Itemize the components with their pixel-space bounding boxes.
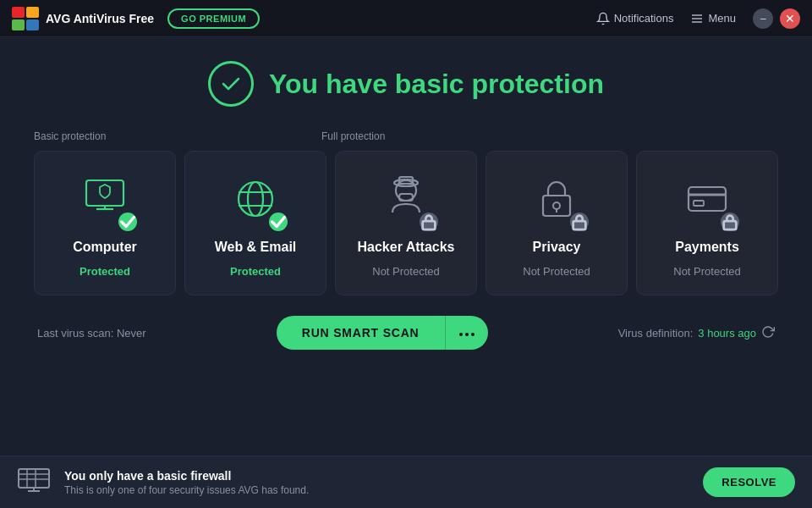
section-labels: Basic protection Full protection xyxy=(34,130,778,142)
footer-bar: You only have a basic firewall This is o… xyxy=(0,456,812,508)
svg-point-28 xyxy=(465,333,469,336)
run-scan-button[interactable]: RUN SMART SCAN xyxy=(277,316,445,350)
close-button[interactable]: ✕ xyxy=(780,8,800,29)
hacker-icon-area xyxy=(376,168,436,229)
web-email-status: Protected xyxy=(230,265,281,278)
scan-more-button[interactable] xyxy=(445,316,488,350)
lock-badge-privacy-icon xyxy=(570,196,589,247)
svg-rect-2 xyxy=(12,19,25,30)
payments-icon-area xyxy=(677,168,738,229)
titlebar-right: Notifications Menu − ✕ xyxy=(596,8,800,29)
virus-def-label: Virus definition: xyxy=(618,327,694,340)
svg-rect-26 xyxy=(724,221,737,229)
bell-icon xyxy=(596,12,610,25)
label-full: Full protection xyxy=(321,130,385,142)
virus-def-value: 3 hours ago xyxy=(698,327,756,340)
app-title: AVG AntiVirus Free xyxy=(46,12,154,25)
footer-subtitle: This is only one of four security issues… xyxy=(64,484,689,496)
last-scan-value: Never xyxy=(117,327,146,340)
hero-text: You have basic protection xyxy=(269,69,604,100)
computer-icon-area xyxy=(74,168,135,229)
check-badge-web-icon xyxy=(269,196,288,247)
svg-rect-0 xyxy=(12,7,25,18)
computer-badge xyxy=(118,213,137,231)
premium-button[interactable]: GO PREMIUM xyxy=(167,8,260,29)
scan-bar: Last virus scan: Never RUN SMART SCAN Vi… xyxy=(34,316,778,350)
svg-rect-18 xyxy=(423,221,436,229)
svg-point-29 xyxy=(471,333,475,336)
svg-rect-1 xyxy=(26,7,39,18)
footer-text-block: You only have a basic firewall This is o… xyxy=(64,469,689,496)
minimize-button[interactable]: − xyxy=(753,8,773,29)
lock-badge-payments-icon xyxy=(721,196,739,247)
notifications-label: Notifications xyxy=(614,12,674,25)
hero-plain-text: You have xyxy=(269,69,395,99)
more-dots-icon xyxy=(459,332,475,337)
logo-area: AVG AntiVirus Free xyxy=(12,7,154,30)
payments-status: Not Protected xyxy=(673,265,741,278)
card-payments[interactable]: Payments Not Protected xyxy=(636,151,778,295)
label-basic: Basic protection xyxy=(34,130,321,142)
privacy-badge xyxy=(570,213,589,231)
computer-status: Protected xyxy=(80,265,130,278)
titlebar: AVG AntiVirus Free GO PREMIUM Notificati… xyxy=(0,0,812,37)
svg-rect-25 xyxy=(694,201,704,206)
refresh-icon[interactable] xyxy=(761,325,775,341)
hacker-badge xyxy=(420,213,438,231)
hero-accent-text: basic protection xyxy=(395,69,604,99)
footer-title: You only have a basic firewall xyxy=(64,469,689,483)
svg-rect-22 xyxy=(573,221,586,229)
check-circle xyxy=(208,61,254,107)
last-scan-label: Last virus scan: xyxy=(37,327,113,340)
refresh-svg-icon xyxy=(761,325,775,339)
hacker-attacks-name: Hacker Attacks xyxy=(357,240,454,255)
resolve-button[interactable]: RESOLVE xyxy=(703,467,795,497)
privacy-status: Not Protected xyxy=(523,265,590,278)
svg-point-27 xyxy=(459,333,463,336)
hero-section: You have basic protection xyxy=(34,61,778,107)
scan-actions: RUN SMART SCAN xyxy=(277,316,488,350)
check-icon xyxy=(219,72,243,96)
firewall-icon xyxy=(17,466,51,500)
svg-rect-30 xyxy=(19,469,49,488)
lock-badge-hacker-icon xyxy=(420,196,438,247)
svg-point-10 xyxy=(239,182,272,216)
payments-badge xyxy=(721,213,739,231)
menu-label: Menu xyxy=(708,12,736,25)
main-content: You have basic protection Basic protecti… xyxy=(0,37,812,350)
check-badge-icon xyxy=(118,196,137,247)
web-email-icon-area xyxy=(225,168,286,229)
card-hacker-attacks[interactable]: Hacker Attacks Not Protected xyxy=(335,151,477,295)
firewall-svg-icon xyxy=(17,466,51,496)
avg-logo xyxy=(12,7,39,30)
window-controls: − ✕ xyxy=(753,8,800,29)
last-scan-text: Last virus scan: Never xyxy=(37,327,146,340)
hacker-attacks-status: Not Protected xyxy=(372,265,440,278)
privacy-icon-area xyxy=(526,168,587,229)
svg-rect-3 xyxy=(26,19,39,30)
web-email-badge xyxy=(269,213,288,231)
svg-point-11 xyxy=(248,182,263,216)
card-privacy[interactable]: Privacy Not Protected xyxy=(486,151,628,295)
cards-row: Computer Protected Web & Email Protec xyxy=(34,151,778,295)
card-computer[interactable]: Computer Protected xyxy=(34,151,176,295)
svg-rect-19 xyxy=(543,196,570,216)
virus-definition: Virus definition: 3 hours ago xyxy=(618,325,775,341)
card-web-email[interactable]: Web & Email Protected xyxy=(184,151,326,295)
notifications-button[interactable]: Notifications xyxy=(596,12,674,25)
menu-icon xyxy=(690,12,704,25)
svg-point-20 xyxy=(553,202,560,209)
menu-button[interactable]: Menu xyxy=(690,12,736,25)
